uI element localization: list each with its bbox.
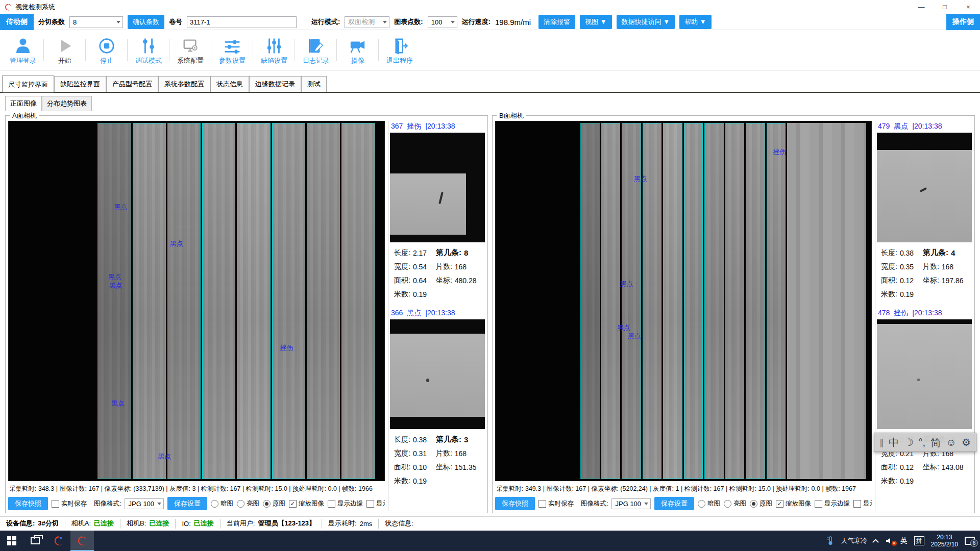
- defect-annotation: 黑点: [620, 280, 633, 289]
- tool-params-sliders[interactable]: 参数设置: [211, 30, 253, 70]
- defect-id: 478: [878, 309, 890, 318]
- main-tab-4[interactable]: 状态信息: [210, 76, 249, 92]
- stat-label: 坐标:: [436, 276, 452, 285]
- tool-log[interactable]: 日志记录: [295, 30, 337, 70]
- stat-value: 2.17: [413, 249, 427, 257]
- pinyin-indicator[interactable]: 拼: [914, 536, 924, 545]
- main-tab-0[interactable]: 尺寸监控界面: [2, 76, 54, 92]
- tool-debug-sliders[interactable]: 调试模式: [128, 30, 169, 70]
- dark-image-radio[interactable]: 暗图: [698, 499, 720, 508]
- maximize-button[interactable]: □: [933, 0, 957, 14]
- help-menu-button[interactable]: 帮助 ▼: [679, 15, 711, 29]
- camera-b-image[interactable]: 挫伤黑点黑点黑点黑点: [495, 121, 872, 481]
- ime-simplified-indicator[interactable]: 简: [930, 436, 941, 449]
- main-tab-3[interactable]: 系统参数配置: [158, 76, 210, 92]
- ime-lang-indicator[interactable]: 中: [889, 436, 899, 449]
- tool-defect-sliders[interactable]: 缺陷设置: [253, 30, 295, 70]
- tool-user[interactable]: 管理登录: [2, 30, 44, 70]
- bright-image-radio[interactable]: 亮图: [237, 499, 259, 508]
- zoom-image-checkbox[interactable]: 缩放图像: [289, 499, 324, 508]
- show-edge-checkbox[interactable]: 显示边缘: [815, 499, 850, 508]
- show-strips-checkbox[interactable]: 显示条数: [853, 499, 872, 508]
- run-mode-label: 运行模式:: [311, 17, 340, 27]
- acquisition-stats: 采集耗时: 348.3 | 图像计数: 167 | 像素坐标: (333,713…: [8, 483, 385, 494]
- roll-number-input[interactable]: [187, 16, 297, 28]
- show-edge-checkbox[interactable]: 显示边缘: [328, 499, 363, 508]
- film-strip: [725, 123, 745, 479]
- defect-card-header[interactable]: 478 挫伤 |20:13:38: [877, 308, 972, 319]
- tool-play[interactable]: 开始: [44, 30, 86, 70]
- current-user-value: 管理员【123-123】: [258, 519, 315, 528]
- tool-camera[interactable]: 摄像: [337, 30, 379, 70]
- display-time-value: 2ms: [360, 520, 373, 528]
- volume-muted-icon[interactable]: ×: [886, 537, 894, 544]
- view-menu-button[interactable]: 视图 ▼: [580, 15, 611, 29]
- dark-image-radio[interactable]: 暗图: [211, 499, 233, 508]
- task-view-button[interactable]: [23, 531, 47, 551]
- defect-mark: [438, 192, 444, 204]
- stat-value: 143.08: [942, 463, 964, 471]
- quick-data-menu-button[interactable]: 数据快捷访问 ▼: [617, 15, 675, 29]
- stat-value: 0.31: [413, 449, 427, 458]
- main-tab-6[interactable]: 测试: [301, 76, 327, 92]
- defect-card-header[interactable]: 479 黑点 |20:13:38: [877, 121, 972, 133]
- clock-time: 20:13: [931, 534, 958, 541]
- drive-side-button[interactable]: 传动侧: [0, 14, 34, 30]
- chart-points-select[interactable]: 100: [428, 16, 457, 28]
- close-button[interactable]: ×: [957, 0, 980, 14]
- original-image-radio[interactable]: 原图: [263, 499, 285, 508]
- pinned-app-button[interactable]: [47, 531, 70, 551]
- save-snapshot-button[interactable]: 保存快照: [8, 497, 48, 510]
- ime-emoji-icon[interactable]: ☺: [946, 437, 956, 448]
- start-button[interactable]: [0, 531, 23, 551]
- stat-label: 长度:: [394, 435, 410, 444]
- tool-exit[interactable]: 退出程序: [379, 30, 421, 70]
- main-tab-2[interactable]: 产品型号配置: [106, 76, 158, 92]
- ime-drag-handle[interactable]: ∥: [879, 438, 884, 447]
- run-mode-select[interactable]: 双面检测: [345, 16, 389, 28]
- defect-card-header[interactable]: 366 黑点 |20:13:38: [390, 308, 485, 319]
- original-image-radio[interactable]: 原图: [750, 499, 772, 508]
- save-snapshot-button[interactable]: 保存快照: [495, 497, 535, 510]
- show-strips-checkbox[interactable]: 显示条数: [366, 499, 385, 508]
- zoom-image-checkbox[interactable]: 缩放图像: [776, 499, 811, 508]
- main-tab-5[interactable]: 边缘数据记录: [249, 76, 301, 92]
- defect-card-header[interactable]: 367 挫伤 |20:13:38: [390, 121, 485, 133]
- realtime-save-checkbox[interactable]: 实时保存: [538, 499, 574, 508]
- stat-label: 片数:: [923, 262, 939, 271]
- sub-tab-0[interactable]: 正面图像: [5, 96, 42, 111]
- weather-status[interactable]: 天气寒冷: [841, 536, 868, 545]
- checkbox-icon: [538, 500, 546, 508]
- ime-punctuation-indicator[interactable]: °,: [919, 437, 926, 448]
- thermometer-icon[interactable]: [826, 536, 835, 545]
- film-strip: [167, 123, 201, 479]
- exit-icon: [391, 35, 408, 55]
- clear-alarm-button[interactable]: 清除报警: [538, 15, 575, 29]
- image-format-select[interactable]: JPG 100: [125, 498, 164, 509]
- image-format-select[interactable]: JPG 100: [611, 498, 651, 509]
- sub-tab-1[interactable]: 分布趋势图表: [42, 96, 92, 111]
- running-app-button[interactable]: [70, 531, 94, 551]
- radio-icon: [750, 500, 757, 508]
- save-settings-button[interactable]: 保存设置: [654, 497, 694, 510]
- minimize-button[interactable]: —: [910, 0, 933, 14]
- camera-a-image[interactable]: 黑点黑点黑点黑点挫伤黑点黑点: [8, 121, 385, 481]
- notification-center-icon[interactable]: 6: [965, 537, 975, 545]
- tool-system-config[interactable]: 系统配置: [169, 30, 211, 70]
- operate-side-button[interactable]: 操作侧: [946, 14, 980, 30]
- tool-stop[interactable]: 停止: [86, 30, 128, 70]
- ime-settings-icon[interactable]: ⚙: [962, 436, 971, 448]
- ime-toolbar: ∥中☽°,简☺⚙: [874, 433, 976, 452]
- ime-moon-icon[interactable]: ☽: [904, 436, 913, 448]
- tray-expand-icon[interactable]: [872, 539, 879, 545]
- stat-label: 米数:: [394, 477, 410, 486]
- slit-count-select[interactable]: 8: [69, 16, 123, 28]
- confirm-count-button[interactable]: 确认条数: [128, 15, 164, 29]
- bright-image-radio[interactable]: 亮图: [724, 499, 746, 508]
- taskbar-clock[interactable]: 20:13 2025/2/10: [931, 534, 958, 548]
- tool-label: 退出程序: [386, 56, 413, 65]
- save-settings-button[interactable]: 保存设置: [167, 497, 207, 510]
- main-tab-1[interactable]: 缺陷监控界面: [54, 76, 106, 92]
- realtime-save-checkbox[interactable]: 实时保存: [52, 499, 87, 508]
- language-indicator[interactable]: 英: [900, 536, 908, 545]
